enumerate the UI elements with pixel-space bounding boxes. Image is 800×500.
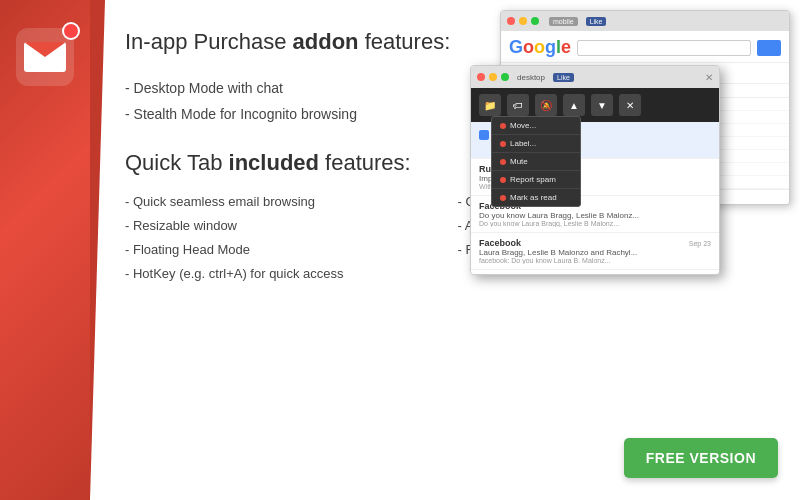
label-icon[interactable]: 🏷 (507, 94, 529, 116)
qt-subject: Laura Bragg, Leslie B Malonzo and Rachyl… (479, 248, 637, 257)
down-icon[interactable]: ▼ (591, 94, 613, 116)
dropdown-item-read[interactable]: Mark as read (492, 189, 580, 206)
search-bar (577, 40, 751, 56)
mail-icon-wrapper (16, 28, 74, 86)
qt-content: 📁 🏷 🔕 ▲ ▼ ✕ Move... Label... Mute Report… (471, 88, 719, 274)
list-item: Quick seamless email browsing (125, 190, 438, 214)
mail-badge (62, 22, 80, 40)
qt-preview: Do you know Laura Bragg, Leslie B Malonz… (479, 220, 711, 227)
addon-title-prefix: In-app Purchase (125, 29, 293, 54)
included-bold: included (229, 150, 319, 175)
close-action-icon[interactable]: ✕ (619, 94, 641, 116)
list-item: Resizable window (125, 214, 438, 238)
included-suffix: features: (319, 150, 411, 175)
cta-wrapper: FREE VERSION (624, 438, 778, 478)
dropdown-item-label[interactable]: Label... (492, 135, 580, 153)
titlebar-back: mobile Like (501, 11, 789, 31)
like-badge: Like (586, 17, 607, 26)
included-prefix: Quick Tab (125, 150, 229, 175)
dot-green-qt (501, 73, 509, 81)
qt-title: desktop (517, 73, 545, 82)
mail-icon (24, 42, 66, 72)
up-icon[interactable]: ▲ (563, 94, 585, 116)
close-icon[interactable]: ✕ (705, 72, 713, 83)
top-section: In-app Purchase addon features: Desktop … (125, 28, 770, 128)
dot-red-qt (477, 73, 485, 81)
qt-preview: facebook: Do you know Laura B. Malonz... (479, 257, 637, 264)
list-item: Floating Head Mode (125, 238, 438, 262)
dropdown-item-mute[interactable]: Mute (492, 153, 580, 171)
qt-subject: Do you know Laura Bragg, Leslie B Malonz… (479, 211, 711, 220)
dot-green (531, 17, 539, 25)
screenshot-quick-tab: desktop Like ✕ 📁 🏷 🔕 ▲ ▼ ✕ (470, 65, 720, 275)
qt-email-row[interactable]: Facebook Laura Bragg, Leslie B Malonzo a… (471, 233, 719, 270)
qt-checkbox[interactable] (479, 130, 489, 140)
screenshots-area: mobile Like Google Gmail ▼ □▼ ↺ (470, 10, 790, 250)
qt-like-badge: Like (553, 73, 574, 82)
free-version-button[interactable]: FREE VERSION (624, 438, 778, 478)
dot-red (507, 17, 515, 25)
sidebar (0, 0, 90, 500)
addon-title-suffix: features: (359, 29, 451, 54)
addon-title-bold: addon (293, 29, 359, 54)
search-button[interactable] (757, 40, 781, 56)
qt-sender: Facebook (479, 238, 637, 248)
mute-icon[interactable]: 🔕 (535, 94, 557, 116)
dot-yellow-qt (489, 73, 497, 81)
dropdown-item-spam[interactable]: Report spam (492, 171, 580, 189)
google-header: Google (501, 31, 789, 63)
action-dropdown: Move... Label... Mute Report spam Mark a… (491, 116, 581, 207)
folder-icon[interactable]: 📁 (479, 94, 501, 116)
dot-yellow (519, 17, 527, 25)
google-logo: Google (509, 37, 571, 58)
list-item: HotKey (e.g. ctrl+A) for quick access (125, 262, 438, 286)
mobile-badge: mobile (549, 17, 578, 26)
dropdown-item-move[interactable]: Move... (492, 117, 580, 135)
qt-titlebar: desktop Like ✕ (471, 66, 719, 88)
main-content: In-app Purchase addon features: Desktop … (90, 0, 800, 500)
